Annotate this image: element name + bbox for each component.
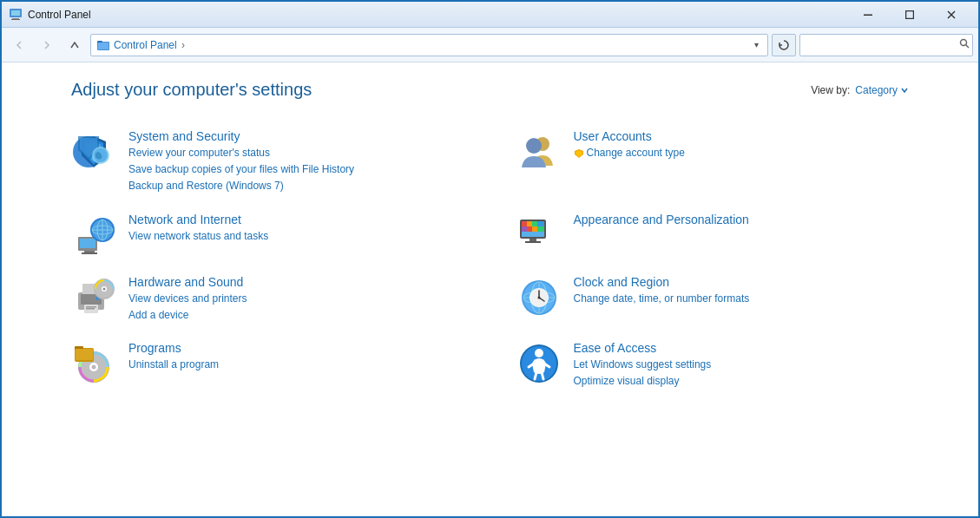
search-input[interactable] — [799, 34, 973, 56]
svg-rect-45 — [522, 232, 544, 237]
system-security-content: System and Security Review your computer… — [128, 129, 464, 195]
title-bar: Control Panel — [2, 2, 978, 28]
svg-rect-44 — [537, 226, 544, 232]
svg-rect-38 — [527, 221, 532, 226]
svg-rect-39 — [532, 221, 537, 226]
search-wrapper — [799, 34, 973, 56]
shield-icon — [574, 148, 584, 159]
network-internet-content: Network and Internet View network status… — [128, 213, 464, 245]
user-accounts-link-0[interactable]: Change account type — [574, 145, 910, 161]
hardware-sound-title[interactable]: Hardware and Sound — [128, 275, 464, 289]
svg-rect-46 — [529, 239, 536, 241]
user-accounts-title[interactable]: User Accounts — [574, 129, 910, 143]
svg-point-22 — [526, 138, 542, 154]
category-programs: Programs Uninstall a program — [71, 332, 464, 398]
svg-point-69 — [537, 296, 540, 298]
address-bar: Control Panel › ▾ — [2, 28, 978, 62]
svg-rect-43 — [532, 226, 537, 232]
back-button[interactable] — [7, 33, 31, 57]
svg-rect-53 — [86, 308, 95, 310]
svg-point-11 — [961, 40, 967, 46]
svg-line-82 — [535, 372, 536, 379]
view-by-label: View by: — [811, 84, 850, 96]
ease-of-access-link-0[interactable]: Let Windows suggest settings — [574, 357, 910, 373]
search-button[interactable] — [959, 38, 970, 51]
hardware-sound-link-0[interactable]: View devices and printers — [128, 291, 464, 307]
page-title: Adjust your computer's settings — [71, 80, 312, 100]
refresh-button[interactable] — [772, 34, 796, 56]
user-accounts-content: User Accounts Change account type — [574, 129, 910, 161]
category-clock-region: Clock and Region Change date, time, or n… — [516, 266, 910, 332]
view-by-dropdown[interactable]: Category — [855, 84, 909, 96]
svg-point-58 — [103, 287, 106, 290]
clock-region-title[interactable]: Clock and Region — [574, 275, 910, 289]
svg-line-7 — [948, 11, 955, 18]
system-security-link-0[interactable]: Review your computer's status — [128, 145, 464, 161]
address-field[interactable]: Control Panel › ▾ — [90, 34, 768, 56]
maximize-button[interactable] — [890, 2, 930, 28]
svg-line-6 — [948, 11, 955, 18]
category-user-accounts: User Accounts Change account type — [516, 121, 910, 204]
window-controls — [848, 2, 971, 28]
category-ease-of-access: Ease of Access Let Windows suggest setti… — [516, 332, 910, 398]
svg-rect-27 — [84, 251, 95, 252]
category-system-security: System and Security Review your computer… — [71, 121, 464, 204]
user-accounts-icon[interactable] — [516, 129, 562, 174]
svg-line-83 — [542, 372, 543, 379]
breadcrumb-root[interactable]: Control Panel — [114, 39, 177, 51]
app-icon — [9, 8, 23, 22]
svg-rect-52 — [86, 306, 96, 308]
network-internet-link-0[interactable]: View network status and tasks — [128, 228, 464, 245]
svg-rect-76 — [76, 349, 93, 360]
chevron-down-icon — [900, 86, 909, 95]
svg-rect-42 — [527, 226, 532, 232]
system-security-link-1[interactable]: Save backup copies of your files with Fi… — [128, 161, 464, 178]
up-button[interactable] — [62, 33, 87, 57]
ease-of-access-link-1[interactable]: Optimize visual display — [574, 373, 910, 390]
svg-rect-4 — [864, 14, 872, 16]
system-security-icon[interactable] — [71, 129, 116, 174]
network-internet-title[interactable]: Network and Internet — [128, 213, 464, 226]
minimize-button[interactable] — [848, 2, 888, 28]
view-by-control: View by: Category — [811, 84, 909, 96]
categories-grid: System and Security Review your computer… — [71, 121, 909, 398]
hardware-sound-content: Hardware and Sound View devices and prin… — [128, 275, 464, 324]
ease-of-access-icon[interactable] — [516, 341, 562, 386]
clock-region-content: Clock and Region Change date, time, or n… — [574, 275, 910, 307]
programs-content: Programs Uninstall a program — [128, 341, 464, 373]
svg-rect-41 — [522, 226, 527, 232]
system-security-title[interactable]: System and Security — [128, 129, 464, 143]
category-hardware-sound: Hardware and Sound View devices and prin… — [71, 266, 464, 332]
programs-title[interactable]: Programs — [128, 341, 464, 355]
address-dropdown-button[interactable]: ▾ — [751, 38, 762, 51]
svg-rect-26 — [80, 239, 95, 248]
ease-of-access-content: Ease of Access Let Windows suggest setti… — [574, 341, 910, 390]
svg-rect-5 — [906, 10, 914, 18]
network-internet-icon[interactable] — [71, 213, 116, 258]
clock-region-icon[interactable] — [516, 275, 562, 320]
appearance-content: Appearance and Personalization — [574, 213, 910, 228]
programs-icon[interactable] — [71, 341, 116, 386]
svg-point-79 — [535, 349, 543, 357]
svg-rect-37 — [522, 221, 527, 226]
ease-of-access-title[interactable]: Ease of Access — [574, 341, 910, 355]
folder-icon — [96, 38, 110, 52]
svg-line-12 — [966, 45, 970, 49]
main-content: Adjust your computer's settings View by:… — [2, 62, 978, 518]
system-security-link-2[interactable]: Backup and Restore (Windows 7) — [128, 178, 464, 194]
svg-rect-3 — [11, 19, 20, 20]
category-appearance: Appearance and Personalization — [516, 204, 910, 266]
clock-region-link-0[interactable]: Change date, time, or number formats — [574, 291, 910, 307]
appearance-title[interactable]: Appearance and Personalization — [574, 213, 910, 226]
svg-rect-10 — [98, 43, 109, 49]
hardware-sound-link-1[interactable]: Add a device — [128, 307, 464, 324]
programs-link-0[interactable]: Uninstall a program — [128, 357, 464, 373]
svg-rect-40 — [537, 221, 544, 226]
appearance-icon[interactable] — [516, 213, 562, 258]
close-button[interactable] — [931, 2, 971, 28]
category-network-internet: Network and Internet View network status… — [71, 204, 464, 266]
window-title: Control Panel — [28, 9, 848, 21]
forward-button[interactable] — [35, 33, 59, 57]
hardware-sound-icon[interactable] — [71, 275, 116, 320]
svg-rect-47 — [525, 241, 541, 243]
